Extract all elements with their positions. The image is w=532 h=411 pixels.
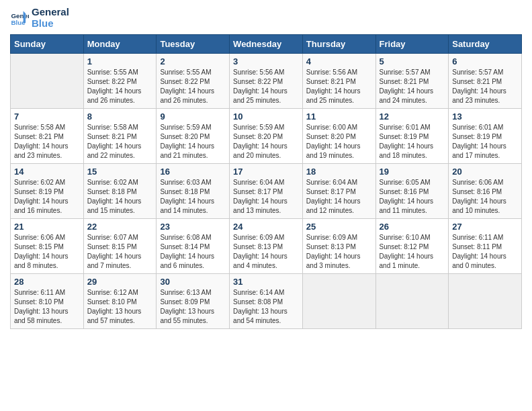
- day-info: Sunrise: 6:00 AM Sunset: 8:20 PM Dayligh…: [306, 123, 372, 161]
- col-header-saturday: Saturday: [449, 35, 522, 54]
- logo-text-area: General Blue: [32, 7, 69, 29]
- day-number: 5: [380, 56, 445, 66]
- calendar-cell: 30Sunrise: 6:13 AM Sunset: 8:09 PM Dayli…: [157, 274, 230, 329]
- calendar-cell: 4Sunrise: 5:56 AM Sunset: 8:21 PM Daylig…: [302, 54, 375, 109]
- calendar-cell: 25Sunrise: 6:09 AM Sunset: 8:13 PM Dayli…: [302, 219, 375, 274]
- col-header-monday: Monday: [83, 35, 157, 54]
- calendar-cell: 22Sunrise: 6:07 AM Sunset: 8:15 PM Dayli…: [83, 219, 157, 274]
- day-info: Sunrise: 6:09 AM Sunset: 8:13 PM Dayligh…: [306, 233, 372, 271]
- calendar-cell: 20Sunrise: 6:06 AM Sunset: 8:16 PM Dayli…: [449, 164, 522, 219]
- calendar-cell: 1Sunrise: 5:55 AM Sunset: 8:22 PM Daylig…: [83, 54, 157, 109]
- day-info: Sunrise: 6:04 AM Sunset: 8:17 PM Dayligh…: [233, 178, 299, 216]
- day-info: Sunrise: 6:14 AM Sunset: 8:08 PM Dayligh…: [233, 288, 299, 326]
- day-number: 8: [87, 111, 153, 122]
- col-header-wednesday: Wednesday: [230, 35, 303, 54]
- day-info: Sunrise: 6:10 AM Sunset: 8:12 PM Dayligh…: [380, 233, 445, 271]
- day-info: Sunrise: 6:05 AM Sunset: 8:16 PM Dayligh…: [380, 178, 445, 216]
- calendar-cell: 21Sunrise: 6:06 AM Sunset: 8:15 PM Dayli…: [11, 219, 84, 274]
- header-row: SundayMondayTuesdayWednesdayThursdayFrid…: [11, 35, 522, 54]
- col-header-sunday: Sunday: [11, 35, 84, 54]
- day-number: 14: [14, 167, 80, 177]
- day-number: 31: [233, 277, 299, 287]
- day-number: 19: [380, 167, 445, 177]
- day-info: Sunrise: 6:06 AM Sunset: 8:15 PM Dayligh…: [14, 233, 80, 271]
- calendar-cell: [375, 274, 449, 329]
- calendar-cell: 15Sunrise: 6:02 AM Sunset: 8:18 PM Dayli…: [83, 164, 157, 219]
- day-number: 11: [306, 111, 372, 122]
- day-number: 1: [87, 56, 153, 66]
- calendar-cell: 9Sunrise: 5:59 AM Sunset: 8:20 PM Daylig…: [157, 109, 230, 164]
- logo-line2: Blue: [32, 18, 69, 30]
- calendar-cell: 13Sunrise: 6:01 AM Sunset: 8:19 PM Dayli…: [449, 109, 522, 164]
- day-info: Sunrise: 6:12 AM Sunset: 8:10 PM Dayligh…: [87, 288, 153, 326]
- calendar-cell: 11Sunrise: 6:00 AM Sunset: 8:20 PM Dayli…: [302, 109, 375, 164]
- col-header-friday: Friday: [375, 35, 449, 54]
- calendar-cell: 14Sunrise: 6:02 AM Sunset: 8:19 PM Dayli…: [11, 164, 84, 219]
- day-info: Sunrise: 6:03 AM Sunset: 8:18 PM Dayligh…: [160, 178, 226, 216]
- calendar-cell: [302, 274, 375, 329]
- day-info: Sunrise: 6:07 AM Sunset: 8:15 PM Dayligh…: [87, 233, 153, 271]
- day-number: 3: [233, 56, 299, 66]
- day-info: Sunrise: 5:58 AM Sunset: 8:21 PM Dayligh…: [87, 123, 153, 161]
- week-row-5: 28Sunrise: 6:11 AM Sunset: 8:10 PM Dayli…: [11, 274, 522, 329]
- day-number: 13: [452, 111, 518, 122]
- day-number: 4: [306, 56, 372, 66]
- header: General Blue General Blue: [10, 7, 522, 29]
- day-info: Sunrise: 6:11 AM Sunset: 8:10 PM Dayligh…: [14, 288, 80, 326]
- day-number: 18: [306, 167, 372, 177]
- calendar-cell: 8Sunrise: 5:58 AM Sunset: 8:21 PM Daylig…: [83, 109, 157, 164]
- calendar-cell: 12Sunrise: 6:01 AM Sunset: 8:19 PM Dayli…: [375, 109, 449, 164]
- day-info: Sunrise: 5:55 AM Sunset: 8:22 PM Dayligh…: [87, 68, 153, 105]
- logo-line1: General: [32, 7, 69, 18]
- calendar-cell: 3Sunrise: 5:56 AM Sunset: 8:22 PM Daylig…: [230, 54, 303, 109]
- logo: General Blue General Blue: [10, 7, 69, 29]
- week-row-3: 14Sunrise: 6:02 AM Sunset: 8:19 PM Dayli…: [11, 164, 522, 219]
- day-number: 15: [87, 167, 153, 177]
- calendar-cell: [11, 54, 84, 109]
- day-info: Sunrise: 6:11 AM Sunset: 8:11 PM Dayligh…: [452, 233, 518, 271]
- day-number: 20: [452, 167, 518, 177]
- day-info: Sunrise: 6:02 AM Sunset: 8:18 PM Dayligh…: [87, 178, 153, 216]
- day-info: Sunrise: 6:01 AM Sunset: 8:19 PM Dayligh…: [380, 123, 445, 161]
- day-number: 25: [306, 222, 372, 232]
- day-number: 28: [14, 277, 80, 287]
- day-info: Sunrise: 5:59 AM Sunset: 8:20 PM Dayligh…: [160, 123, 226, 161]
- day-info: Sunrise: 6:09 AM Sunset: 8:13 PM Dayligh…: [233, 233, 299, 271]
- day-number: 17: [233, 167, 299, 177]
- day-number: 23: [160, 222, 226, 232]
- calendar-cell: 27Sunrise: 6:11 AM Sunset: 8:11 PM Dayli…: [449, 219, 522, 274]
- calendar-cell: 2Sunrise: 5:55 AM Sunset: 8:22 PM Daylig…: [157, 54, 230, 109]
- calendar-cell: 16Sunrise: 6:03 AM Sunset: 8:18 PM Dayli…: [157, 164, 230, 219]
- day-number: 30: [160, 277, 226, 287]
- day-info: Sunrise: 6:08 AM Sunset: 8:14 PM Dayligh…: [160, 233, 226, 271]
- day-info: Sunrise: 5:55 AM Sunset: 8:22 PM Dayligh…: [160, 68, 226, 105]
- calendar-cell: 24Sunrise: 6:09 AM Sunset: 8:13 PM Dayli…: [230, 219, 303, 274]
- week-row-4: 21Sunrise: 6:06 AM Sunset: 8:15 PM Dayli…: [11, 219, 522, 274]
- calendar-cell: 17Sunrise: 6:04 AM Sunset: 8:17 PM Dayli…: [230, 164, 303, 219]
- day-info: Sunrise: 6:13 AM Sunset: 8:09 PM Dayligh…: [160, 288, 226, 326]
- week-row-2: 7Sunrise: 5:58 AM Sunset: 8:21 PM Daylig…: [11, 109, 522, 164]
- calendar-cell: 5Sunrise: 5:57 AM Sunset: 8:21 PM Daylig…: [375, 54, 449, 109]
- col-header-tuesday: Tuesday: [157, 35, 230, 54]
- day-info: Sunrise: 5:56 AM Sunset: 8:21 PM Dayligh…: [306, 68, 372, 105]
- page-container: General Blue General Blue SundayMondayTu…: [0, 0, 532, 336]
- calendar-cell: 23Sunrise: 6:08 AM Sunset: 8:14 PM Dayli…: [157, 219, 230, 274]
- calendar-cell: 26Sunrise: 6:10 AM Sunset: 8:12 PM Dayli…: [375, 219, 449, 274]
- day-number: 9: [160, 111, 226, 122]
- day-info: Sunrise: 6:04 AM Sunset: 8:17 PM Dayligh…: [306, 178, 372, 216]
- logo-icon: General Blue: [10, 9, 29, 28]
- day-info: Sunrise: 5:57 AM Sunset: 8:21 PM Dayligh…: [452, 68, 518, 105]
- calendar-cell: 10Sunrise: 5:59 AM Sunset: 8:20 PM Dayli…: [230, 109, 303, 164]
- calendar-cell: [449, 274, 522, 329]
- calendar-table: SundayMondayTuesdayWednesdayThursdayFrid…: [10, 34, 522, 329]
- day-number: 2: [160, 56, 226, 66]
- day-number: 12: [380, 111, 445, 122]
- calendar-cell: 28Sunrise: 6:11 AM Sunset: 8:10 PM Dayli…: [11, 274, 84, 329]
- day-info: Sunrise: 5:57 AM Sunset: 8:21 PM Dayligh…: [380, 68, 445, 105]
- day-number: 26: [380, 222, 445, 232]
- day-number: 10: [233, 111, 299, 122]
- day-number: 16: [160, 167, 226, 177]
- calendar-cell: 31Sunrise: 6:14 AM Sunset: 8:08 PM Dayli…: [230, 274, 303, 329]
- day-number: 29: [87, 277, 153, 287]
- day-info: Sunrise: 5:56 AM Sunset: 8:22 PM Dayligh…: [233, 68, 299, 105]
